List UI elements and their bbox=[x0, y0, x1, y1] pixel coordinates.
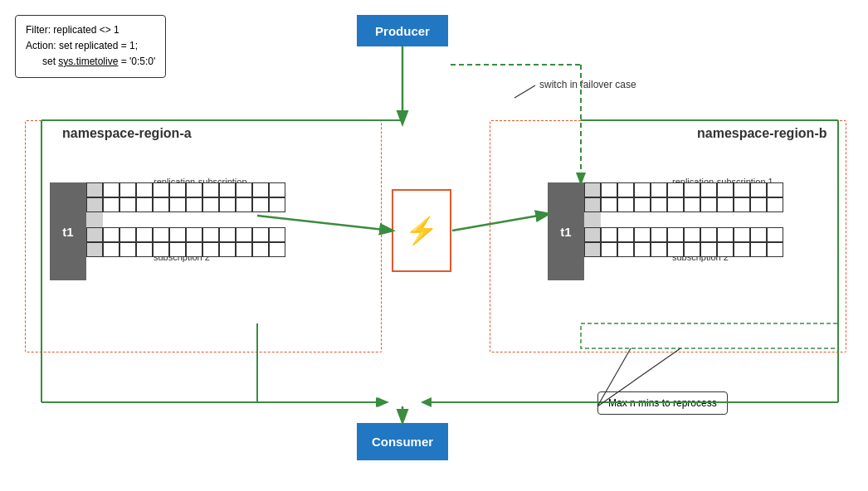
row-sub1-a bbox=[86, 197, 285, 212]
diagram: Filter: replicated <> 1 Action: set repl… bbox=[0, 0, 868, 491]
row-replication-b bbox=[584, 182, 783, 197]
row-sub2-a bbox=[86, 227, 285, 242]
row-extra-a bbox=[86, 242, 285, 257]
producer-label: Producer bbox=[375, 24, 430, 38]
merge-arrow-left bbox=[378, 397, 388, 407]
failover-label: switch in failover case bbox=[539, 79, 636, 90]
row-spacer-a bbox=[86, 212, 285, 227]
topic-block-b: t1 bbox=[548, 182, 783, 280]
row-sub1-b bbox=[584, 197, 783, 212]
producer-box: Producer bbox=[357, 15, 448, 46]
topic-block-a: t1 bbox=[50, 182, 285, 280]
row-extra-b bbox=[584, 242, 783, 257]
lightning-icon: ⚡ bbox=[405, 215, 438, 246]
consumer-label: Consumer bbox=[372, 435, 433, 449]
filter-box: Filter: replicated <> 1 Action: set repl… bbox=[15, 15, 166, 78]
row-replication-a bbox=[86, 182, 285, 197]
t1-col-a: t1 bbox=[50, 182, 86, 280]
row-spacer-b bbox=[584, 212, 783, 227]
t1-col-b: t1 bbox=[548, 182, 584, 280]
filter-line1: Filter: replicated <> 1 bbox=[26, 22, 155, 38]
filter-line2: Action: set replicated = 1; bbox=[26, 38, 155, 54]
merge-arrow-right bbox=[421, 397, 432, 407]
maxmins-box: Max n mins to reprocess bbox=[597, 391, 728, 415]
failover-ann-line bbox=[514, 85, 535, 98]
region-a-label: namespace-region-a bbox=[62, 126, 192, 141]
region-b-label: namespace-region-b bbox=[697, 126, 827, 141]
function-box: ⚡ bbox=[392, 189, 451, 272]
filter-line3: set sys.timetolive = '0:5:0' bbox=[26, 54, 155, 70]
row-sub2-b bbox=[584, 227, 783, 242]
consumer-box: Consumer bbox=[357, 423, 448, 460]
